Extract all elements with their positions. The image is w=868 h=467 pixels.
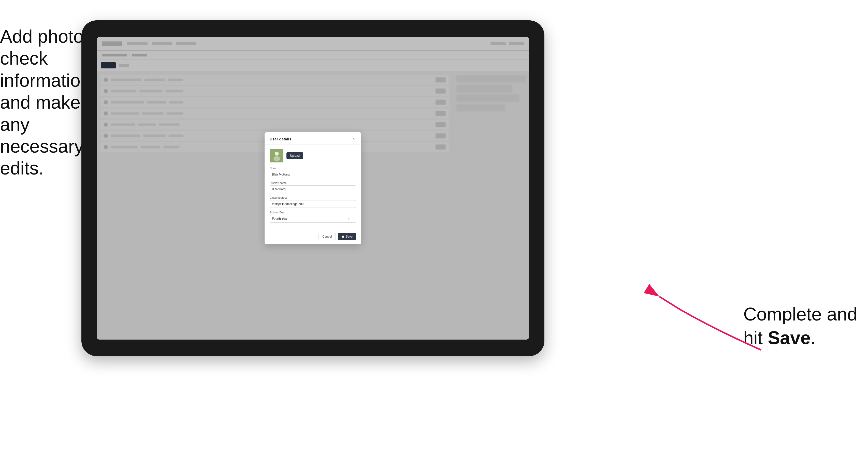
select-clear-icon[interactable]: ×: [347, 217, 350, 220]
save-button[interactable]: Save: [338, 233, 356, 240]
name-input[interactable]: [270, 171, 356, 178]
photo-section: Upload: [270, 149, 356, 162]
display-name-field-group: Display name: [270, 181, 356, 193]
cancel-button[interactable]: Cancel: [318, 233, 336, 240]
display-name-label: Display name: [270, 181, 356, 184]
modal-overlay: User details ×: [97, 37, 529, 340]
arrow-right-icon: [614, 263, 771, 365]
svg-point-4: [274, 156, 280, 161]
tablet-frame: ›: [82, 20, 545, 356]
modal-title: User details: [270, 137, 291, 141]
modal-header: User details ×: [265, 132, 361, 145]
svg-point-3: [275, 152, 279, 156]
school-year-label: School Year: [270, 211, 356, 214]
save-icon: [341, 235, 344, 238]
app-background: ›: [97, 37, 529, 340]
modal-body: Upload Name Display name: [265, 145, 361, 230]
email-label: Email address: [270, 196, 356, 199]
school-year-select-wrapper: × ⌃: [270, 215, 356, 223]
avatar-thumbnail: [270, 149, 283, 162]
name-field-group: Name: [270, 166, 356, 178]
chevron-down-icon[interactable]: ⌃: [351, 217, 355, 220]
school-year-input[interactable]: [270, 215, 356, 223]
close-button[interactable]: ×: [351, 136, 356, 142]
display-name-input[interactable]: [270, 185, 356, 193]
name-label: Name: [270, 166, 356, 170]
select-controls: × ⌃: [347, 217, 355, 220]
email-field-group: Email address: [270, 196, 356, 208]
modal-dialog: User details ×: [265, 132, 361, 244]
modal-footer: Cancel Save: [265, 230, 361, 244]
save-label: Save: [346, 235, 352, 238]
email-input[interactable]: [270, 200, 356, 208]
tablet-screen: ›: [97, 37, 529, 340]
upload-button[interactable]: Upload: [286, 152, 303, 159]
avatar-image: [270, 149, 283, 162]
school-year-field-group: School Year × ⌃: [270, 211, 356, 223]
